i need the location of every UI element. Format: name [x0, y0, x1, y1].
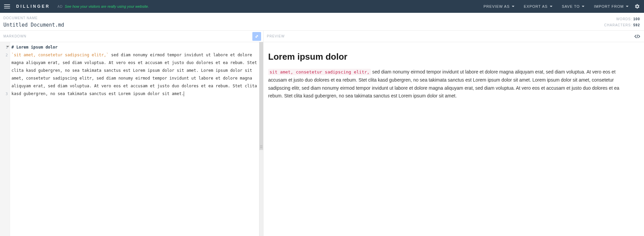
editor-scrollbar[interactable]	[259, 42, 263, 236]
expand-icon	[254, 34, 259, 39]
chevron-down-icon	[512, 6, 514, 7]
line-number: 3	[0, 90, 8, 98]
characters-value: 592	[633, 23, 640, 27]
import-from-label: IMPORT FROM	[594, 4, 624, 8]
save-to-menu[interactable]: SAVE TO	[562, 4, 584, 8]
preview-as-menu[interactable]: PREVIEW AS	[484, 4, 514, 8]
editor-line-2-rest: sed diam nonumy eirmod tempor invidunt u…	[11, 53, 259, 96]
hamburger-menu-icon[interactable]	[4, 3, 10, 9]
editor-inline-code: `sit amet, consetetur sadipscing elitr,`	[11, 53, 109, 57]
markdown-editor[interactable]: 1 2 3 # Lorem ipsum dolor `sit amet, con…	[0, 42, 259, 236]
document-name-input[interactable]: Untitled Document.md	[3, 22, 604, 28]
gear-icon[interactable]	[635, 4, 640, 9]
document-header-row: DOCUMENT NAME Untitled Document.md WORDS…	[0, 13, 644, 31]
preview-inline-code: sit amet, consetetur sadipscing elitr,	[268, 69, 371, 75]
ad-banner[interactable]: AD See how your visitors are really usin…	[58, 4, 149, 8]
fold-caret-icon[interactable]	[6, 46, 9, 48]
chevron-down-icon	[550, 6, 552, 7]
preview-as-label: PREVIEW AS	[484, 4, 510, 8]
preview-panel-label: PREVIEW	[267, 34, 285, 38]
line-gutter: 1 2 3	[0, 42, 10, 236]
editor-line-2[interactable]: `sit amet, consetetur sadipscing elitr,`…	[11, 51, 258, 98]
ad-text: See how your visitors are really using y…	[65, 4, 149, 8]
chevron-down-icon	[626, 6, 629, 7]
code-area[interactable]: # Lorem ipsum dolor `sit amet, consetetu…	[10, 42, 259, 236]
line-number: 1	[0, 43, 8, 51]
words-label: WORDS:	[616, 17, 632, 21]
line-number: 2	[0, 51, 8, 59]
main-split: 1 2 3 # Lorem ipsum dolor `sit amet, con…	[0, 42, 644, 236]
words-value: 100	[633, 17, 640, 21]
preview-paragraph: sit amet, consetetur sadipscing elitr, s…	[268, 68, 632, 100]
chevron-down-icon	[582, 6, 584, 7]
preview-panel-header: PREVIEW	[263, 31, 644, 42]
expand-editor-button[interactable]	[252, 32, 261, 41]
scrollbar-thumb[interactable]	[259, 42, 263, 150]
topbar: DILLINGER AD See how your visitors are r…	[0, 0, 644, 13]
markdown-panel-label: MARKDOWN	[3, 34, 27, 38]
top-menu: PREVIEW AS EXPORT AS SAVE TO IMPORT FROM	[484, 4, 629, 8]
document-name-label: DOCUMENT NAME	[3, 16, 604, 20]
app-root: DILLINGER AD See how your visitors are r…	[0, 0, 644, 236]
preview-scrollbar[interactable]	[640, 42, 644, 236]
app-logo: DILLINGER	[16, 4, 50, 9]
preview-pane: Lorem ipsum dolor sit amet, consetetur s…	[263, 42, 640, 236]
markdown-panel-header: MARKDOWN	[0, 31, 263, 42]
export-as-menu[interactable]: EXPORT AS	[524, 4, 552, 8]
ad-tag: AD	[58, 5, 63, 8]
characters-label: CHARACTERS:	[604, 23, 632, 27]
document-stats: WORDS: 100 CHARACTERS: 592	[604, 16, 640, 28]
export-as-label: EXPORT AS	[524, 4, 548, 8]
panel-headers: MARKDOWN PREVIEW	[0, 31, 644, 42]
preview-heading: Lorem ipsum dolor	[268, 52, 632, 62]
text-cursor	[184, 91, 184, 96]
editor-line-1[interactable]: # Lorem ipsum dolor	[11, 43, 258, 51]
save-to-label: SAVE TO	[562, 4, 580, 8]
html-toggle-icon[interactable]	[634, 33, 641, 39]
import-from-menu[interactable]: IMPORT FROM	[594, 4, 629, 8]
svg-line-0	[637, 35, 638, 38]
